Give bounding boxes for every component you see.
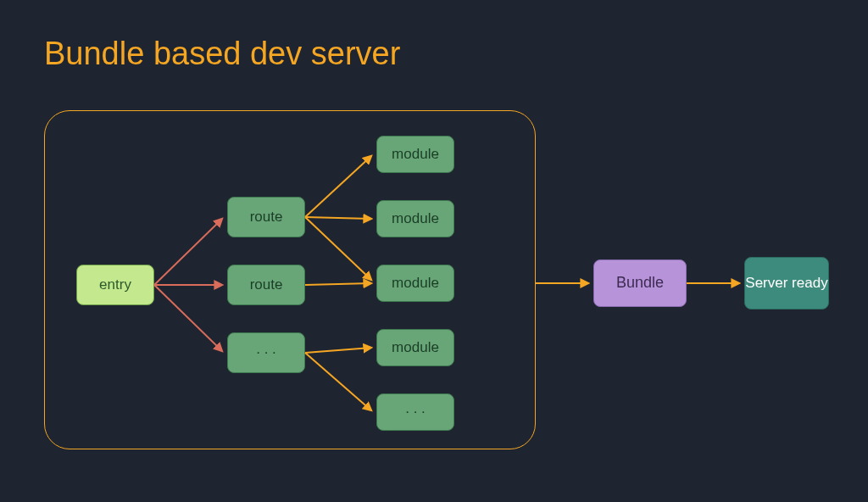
node-module-1: module bbox=[376, 136, 454, 173]
node-route-1: route bbox=[227, 197, 305, 237]
node-route-2: route bbox=[227, 265, 305, 305]
node-module-2: module bbox=[376, 200, 454, 237]
node-module-3: module bbox=[376, 265, 454, 302]
node-route-ellipsis: · · · bbox=[227, 332, 305, 373]
node-module-ellipsis: · · · bbox=[376, 393, 454, 431]
node-module-4: module bbox=[376, 329, 454, 366]
node-entry: entry bbox=[76, 265, 154, 305]
node-bundle: Bundle bbox=[593, 259, 687, 307]
node-server-ready: Server ready bbox=[744, 257, 829, 310]
diagram-title: Bundle based dev server bbox=[44, 36, 400, 72]
